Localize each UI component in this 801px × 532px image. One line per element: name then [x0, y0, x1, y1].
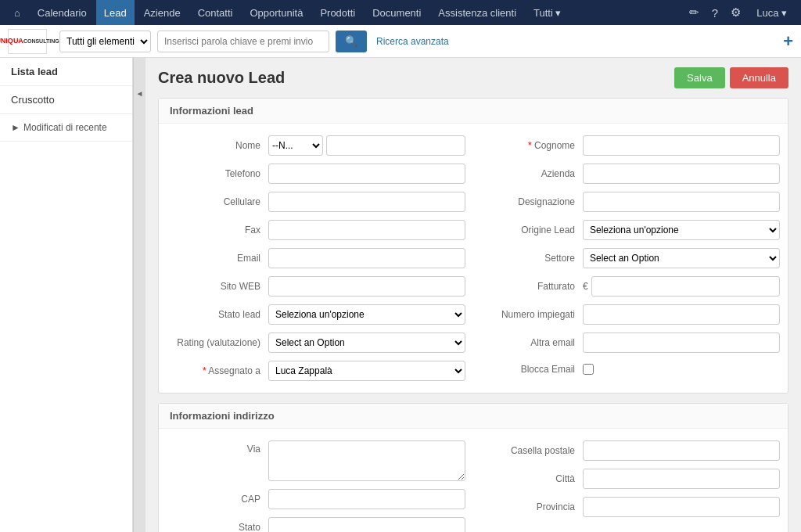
num-impiegati-row: Numero impiegati: [473, 300, 788, 329]
cognome-input[interactable]: [583, 135, 780, 156]
rating-row: Rating (valutazione) Select an Option: [159, 329, 473, 357]
address-info-section: Informazioni indirizzo Via CAP: [158, 403, 788, 532]
provincia-input[interactable]: [583, 497, 780, 517]
cognome-row: Cognome: [473, 131, 788, 160]
cap-label: CAP: [167, 494, 268, 505]
altra-email-label: Altra email: [481, 337, 583, 348]
sidebar: Lista lead Cruscotto ► Modificati di rec…: [0, 58, 133, 532]
stato-label: Stato: [167, 522, 268, 532]
sidebar-collapse-modificati[interactable]: ► Modificati di recente: [0, 114, 132, 142]
nav-calendario[interactable]: Calendario: [30, 0, 95, 25]
assegnato-label: Assegnato a: [167, 365, 268, 376]
stato-lead-label: Stato lead: [167, 309, 268, 320]
sidebar-item-cruscotto[interactable]: Cruscotto: [0, 86, 132, 114]
search-input[interactable]: [157, 31, 329, 52]
sito-web-label: Sito WEB: [167, 281, 268, 292]
home-nav-item[interactable]: ⌂: [6, 7, 28, 19]
toolbar: UNIQUA CONSULTING Tutti gli elementi 🔍 R…: [0, 25, 801, 58]
citta-row: Città: [473, 465, 788, 493]
fax-input[interactable]: [268, 220, 465, 240]
filter-dropdown[interactable]: Tutti gli elementi: [59, 31, 151, 52]
azienda-row: Azienda: [473, 160, 788, 188]
nav-lead[interactable]: Lead: [96, 0, 135, 25]
edit-icon[interactable]: ✏: [684, 5, 704, 20]
logo: UNIQUA CONSULTING: [8, 29, 47, 54]
origine-lead-select[interactable]: Seleziona un'opzione: [583, 220, 780, 240]
settings-icon[interactable]: ⚙: [726, 5, 745, 20]
sito-web-input[interactable]: [268, 276, 465, 297]
sidebar-toggle-button[interactable]: ◄: [133, 58, 145, 532]
help-icon[interactable]: ?: [707, 6, 723, 20]
address-right: Casella postale Città Provincia: [473, 437, 788, 532]
rating-label: Rating (valutazione): [167, 337, 268, 348]
lead-info-left: Nome --N... Sig. Sig.ra Dr. Prof.: [159, 131, 473, 385]
lead-info-right: Cognome Azienda Designazione: [473, 131, 788, 385]
nav-contatti[interactable]: Contatti: [190, 0, 241, 25]
nome-input[interactable]: [326, 135, 465, 156]
assegnato-row: Assegnato a Luca Zappalà: [159, 357, 473, 385]
stato-input[interactable]: [268, 517, 465, 532]
address-grid: Via CAP Stato: [159, 429, 788, 532]
cancel-button[interactable]: Annulla: [730, 67, 788, 88]
telefono-input[interactable]: [268, 164, 465, 184]
num-impiegati-input[interactable]: [583, 304, 780, 325]
email-label: Email: [167, 253, 268, 264]
nav-opportunita[interactable]: Opportunità: [242, 0, 311, 25]
fatturato-field-group: €: [583, 276, 780, 297]
add-button[interactable]: +: [783, 31, 793, 52]
cap-row: CAP: [159, 485, 473, 513]
stato-lead-row: Stato lead Seleziona un'opzione: [159, 300, 473, 329]
email-input[interactable]: [268, 248, 465, 268]
lead-info-grid: Nome --N... Sig. Sig.ra Dr. Prof.: [159, 124, 788, 393]
cellulare-input[interactable]: [268, 192, 465, 212]
blocca-email-row: Blocca Email: [473, 357, 788, 382]
casella-postale-input[interactable]: [583, 440, 780, 461]
settore-row: Settore Select an Option: [473, 244, 788, 272]
citta-input[interactable]: [583, 469, 780, 489]
nav-aziende[interactable]: Aziende: [136, 0, 189, 25]
settore-label: Settore: [481, 253, 583, 264]
save-button[interactable]: Salva: [674, 67, 725, 88]
user-menu[interactable]: Luca ▾: [749, 0, 795, 25]
via-row: Via: [159, 437, 473, 485]
fax-label: Fax: [167, 225, 268, 235]
nav-prodotti[interactable]: Prodotti: [312, 0, 363, 25]
rating-select[interactable]: Select an Option: [268, 332, 465, 353]
cellulare-label: Cellulare: [167, 196, 268, 207]
stato-row: Stato: [159, 513, 473, 532]
fax-row: Fax: [159, 216, 473, 244]
sidebar-item-lista-lead[interactable]: Lista lead: [0, 58, 132, 86]
altra-email-input[interactable]: [583, 332, 780, 353]
nav-assistenza[interactable]: Assistenza clienti: [430, 0, 524, 25]
stato-lead-select[interactable]: Seleziona un'opzione: [268, 304, 465, 325]
blocca-email-label: Blocca Email: [481, 364, 583, 375]
nome-title-select[interactable]: --N... Sig. Sig.ra Dr. Prof.: [268, 135, 323, 156]
fatturato-input[interactable]: [591, 276, 780, 297]
settore-select[interactable]: Select an Option: [583, 248, 780, 268]
designazione-input[interactable]: [583, 192, 780, 212]
cap-input[interactable]: [268, 489, 465, 509]
advanced-search-link[interactable]: Ricerca avanzata: [376, 36, 449, 47]
cognome-label: Cognome: [481, 140, 583, 151]
nome-label: Nome: [167, 140, 268, 151]
header-actions: Salva Annulla: [674, 67, 788, 88]
search-button[interactable]: 🔍: [336, 31, 367, 52]
nav-tutti[interactable]: Tutti ▾: [526, 0, 569, 25]
assegnato-select[interactable]: Luca Zappalà: [268, 361, 465, 381]
nome-field-group: --N... Sig. Sig.ra Dr. Prof.: [268, 135, 465, 156]
provincia-label: Provincia: [481, 501, 583, 512]
provincia-row: Provincia: [473, 493, 788, 521]
content-area: Crea nuovo Lead Salva Annulla Informazio…: [145, 58, 801, 532]
sito-web-row: Sito WEB: [159, 272, 473, 300]
via-textarea[interactable]: [268, 440, 465, 481]
altra-email-row: Altra email: [473, 329, 788, 357]
nav-documenti[interactable]: Documenti: [365, 0, 429, 25]
origine-lead-label: Origine Lead: [481, 225, 583, 235]
azienda-input[interactable]: [583, 164, 780, 184]
lead-info-section: Informazioni lead Nome --N... Sig. Sig.r…: [158, 98, 788, 394]
blocca-email-checkbox[interactable]: [583, 364, 594, 375]
logo-image: UNIQUA CONSULTING: [8, 29, 47, 54]
casella-postale-label: Casella postale: [481, 445, 583, 456]
page-header: Crea nuovo Lead Salva Annulla: [158, 67, 788, 88]
email-row: Email: [159, 244, 473, 272]
